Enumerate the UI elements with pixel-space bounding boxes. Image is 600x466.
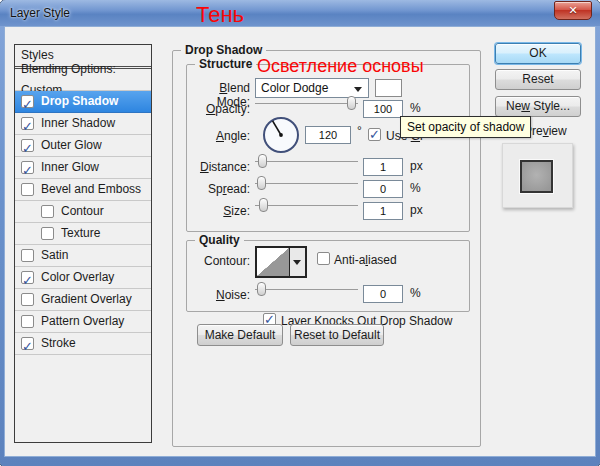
stroke-checkbox[interactable] [21,337,34,350]
slider-groove [255,161,358,162]
sidebar-item-label: Stroke [41,333,76,354]
sidebar-item-label: Contour [61,201,104,222]
spread-slider[interactable] [255,175,358,191]
size-slider-thumb[interactable] [259,198,268,212]
shadow-color-swatch[interactable] [375,79,402,97]
opacity-input[interactable]: 100 [363,100,403,118]
distance-label: Distance: [186,160,250,174]
spread-label: Spread: [186,182,250,196]
slider-groove [255,183,358,184]
slider-groove [255,205,358,206]
sidebar-item-texture[interactable]: Texture [15,223,151,245]
new-style-button[interactable]: New Style... [495,96,581,117]
opacity-label: Opacity: [186,102,250,116]
title-bar: Layer Style ✕ [0,0,600,26]
sidebar-item-drop-shadow[interactable]: Drop Shadow [15,91,151,113]
sidebar-item-label: Bevel and Emboss [41,179,141,200]
noise-slider[interactable] [255,281,358,297]
use-global-light-checkbox[interactable] [368,128,381,141]
sidebar-item-pattern-overlay[interactable]: Pattern Overlay [15,311,151,333]
layer-style-dialog: Layer Style ✕ Тень Осветление основы Sty… [0,0,600,466]
sidebar-item-label: Inner Shadow [41,113,115,134]
style-preview-thumbnail [502,143,573,208]
contour-thumbnail-icon [257,248,290,276]
structure-title: Structure [195,57,256,71]
sidebar-item-satin[interactable]: Satin [15,245,151,267]
styles-list: Styles Blending Options: Custom Drop Sha… [14,44,152,443]
sidebar-item-label: Drop Shadow [41,91,118,112]
color-overlay-checkbox[interactable] [21,271,34,284]
pattern-overlay-checkbox[interactable] [21,315,34,328]
reset-button[interactable]: Reset [495,69,581,90]
blend-mode-value: Color Dodge [261,81,328,95]
sidebar-item-blending-options[interactable]: Blending Options: Custom [15,69,151,91]
ok-button[interactable]: OK [495,43,581,64]
tooltip: Set opacity of shadow [400,116,531,138]
contour-picker[interactable] [255,246,307,278]
angle-unit: ° [357,124,362,138]
noise-slider-thumb[interactable] [257,282,266,296]
anti-aliased-label: Anti-aliased [334,253,397,267]
angle-dial[interactable] [262,116,300,154]
contour-checkbox[interactable] [41,205,54,218]
distance-input[interactable]: 1 [363,158,403,176]
inner-shadow-checkbox[interactable] [21,117,34,130]
close-button[interactable]: ✕ [554,1,592,20]
sidebar-item-label: Color Overlay [41,267,114,288]
size-unit: px [410,203,423,217]
contour-label: Contour: [186,254,250,268]
slider-groove [255,103,358,104]
sidebar-item-bevel-emboss[interactable]: Bevel and Emboss [15,179,151,201]
quality-title: Quality [195,233,244,247]
gradient-overlay-checkbox[interactable] [21,293,34,306]
size-label: Size: [186,204,250,218]
anti-aliased-checkbox[interactable] [317,252,330,265]
satin-checkbox[interactable] [21,249,34,262]
angle-input[interactable]: 120 [305,126,351,144]
distance-slider-thumb[interactable] [258,154,267,168]
sidebar-item-label: Satin [41,245,68,266]
sidebar-item-label: Gradient Overlay [41,289,132,310]
texture-checkbox[interactable] [41,227,54,240]
bevel-emboss-checkbox[interactable] [21,183,34,196]
size-slider[interactable] [255,197,358,213]
opacity-slider[interactable] [255,95,358,111]
annotation-title-note: Тень [196,2,244,28]
chevron-down-icon [354,87,362,92]
sidebar-item-label: Inner Glow [41,157,99,178]
panel-title: Drop Shadow [181,43,266,57]
opacity-unit: % [410,101,421,115]
sidebar-item-label: Outer Glow [41,135,102,156]
annotation-blend-note: Осветление основы [257,56,424,77]
distance-unit: px [410,159,423,173]
sidebar-item-label: Pattern Overlay [41,311,124,332]
spread-unit: % [410,181,421,195]
sidebar-item-stroke[interactable]: Stroke [15,333,151,355]
style-preview-square [520,160,553,193]
sidebar-item-inner-glow[interactable]: Inner Glow [15,157,151,179]
drop-shadow-checkbox[interactable] [21,95,34,108]
noise-unit: % [410,286,421,300]
sidebar-item-outer-glow[interactable]: Outer Glow [15,135,151,157]
sidebar-item-gradient-overlay[interactable]: Gradient Overlay [15,289,151,311]
angle-dial-icon [262,116,300,154]
size-input[interactable]: 1 [363,202,403,220]
sidebar-item-label: Texture [61,223,100,244]
slider-groove [255,289,358,290]
sidebar-item-inner-shadow[interactable]: Inner Shadow [15,113,151,135]
noise-label: Noise: [186,288,250,302]
spread-slider-thumb[interactable] [257,176,266,190]
distance-slider[interactable] [255,153,358,169]
outer-glow-checkbox[interactable] [21,139,34,152]
inner-glow-checkbox[interactable] [21,161,34,174]
noise-input[interactable]: 0 [363,285,403,303]
opacity-slider-thumb[interactable] [347,96,356,110]
chevron-down-icon [293,260,301,265]
make-default-button[interactable]: Make Default [197,324,283,346]
spread-input[interactable]: 0 [363,180,403,198]
sidebar-item-contour[interactable]: Contour [15,201,151,223]
reset-to-default-button[interactable]: Reset to Default [290,324,384,346]
sidebar-item-color-overlay[interactable]: Color Overlay [15,267,151,289]
angle-label: Angle: [186,129,250,143]
window-title: Layer Style [10,6,70,20]
